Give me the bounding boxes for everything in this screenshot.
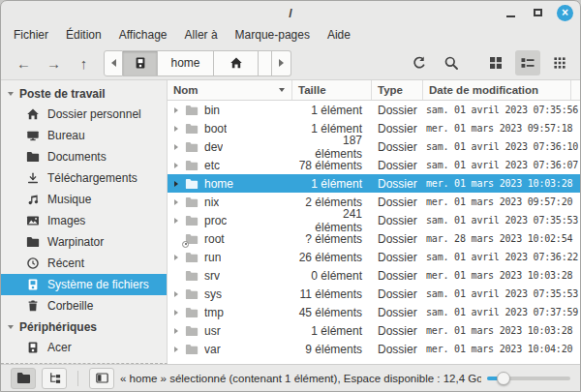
sidebar-item-telechargements[interactable]: Téléchargements: [1, 167, 167, 189]
column-header-date[interactable]: Date de modification: [423, 80, 571, 100]
file-row[interactable]: run26 élémentsDossiersam. 01 avril 2023 …: [168, 248, 580, 266]
expander-icon[interactable]: [174, 291, 178, 297]
sidebar-item-images[interactable]: Images: [1, 210, 167, 231]
zoom-slider[interactable]: [487, 365, 570, 391]
file-name: root: [204, 232, 225, 246]
icon-view-button[interactable]: [483, 50, 508, 75]
column-header-row: Nom Taille Type Date de modification: [168, 80, 580, 101]
file-row[interactable]: srv0 élémentDossiermer. 01 mars 2023 10:…: [168, 266, 580, 285]
menu-edition[interactable]: Édition: [57, 24, 110, 46]
folder-icon: [185, 324, 199, 338]
expander-icon[interactable]: [174, 328, 178, 334]
menu-fichier[interactable]: Fichier: [5, 24, 57, 46]
reload-button[interactable]: [407, 50, 432, 75]
sidebar-item-systeme-de-fichiers[interactable]: Système de fichiers: [1, 274, 167, 295]
expander-icon[interactable]: [174, 163, 178, 168]
pathbar-user-crumb[interactable]: [214, 50, 259, 76]
cell-date: sam. 01 avril 2023 07:36:22: [423, 252, 580, 262]
file-row[interactable]: proc241 élémentsDossiersam. 01 avril 202…: [168, 211, 580, 229]
pathbar-home-label: home: [170, 56, 199, 70]
sidebar-item-documents[interactable]: Documents: [1, 146, 167, 167]
file-row[interactable]: usr1 élémentDossiermer. 01 mars 2023 10:…: [168, 321, 580, 340]
forward-button[interactable]: →: [39, 50, 69, 75]
sidebar-item-musique[interactable]: Musique: [1, 189, 167, 210]
zoom-slider-handle[interactable]: [497, 372, 510, 385]
sidebar-item-warpinator[interactable]: Warpinator: [1, 231, 167, 253]
pathbar-scroll-left-button[interactable]: [104, 50, 123, 76]
icon-view-icon: [488, 55, 504, 71]
column-header-name[interactable]: Nom: [168, 80, 292, 100]
file-list-area: Nom Taille Type Date de modification bin…: [168, 80, 580, 364]
menu-aide[interactable]: Aide: [319, 24, 359, 46]
file-row[interactable]: boot1 élémentDossiermer. 01 mars 2023 09…: [168, 119, 580, 137]
back-button[interactable]: ←: [9, 50, 39, 75]
file-name: tmp: [204, 306, 224, 319]
expander-icon[interactable]: [174, 199, 178, 205]
pathbar-scroll-right-button[interactable]: [272, 50, 291, 76]
file-row[interactable]: nix2 élémentsDossiermer. 01 mars 2023 09…: [168, 193, 580, 211]
file-row[interactable]: tmp45 élémentsDossiersam. 01 avril 2023 …: [168, 303, 580, 321]
cell-size: 11 éléments: [292, 287, 372, 301]
sidebar-item-label: Acer: [47, 341, 72, 354]
minimize-button[interactable]: [503, 5, 519, 21]
file-name: run: [204, 251, 221, 264]
close-button[interactable]: ×: [557, 5, 573, 21]
menu-aller-a[interactable]: Aller à: [176, 24, 227, 46]
window-controls: ×: [503, 1, 573, 24]
file-row[interactable]: etc78 élémentsDossiersam. 01 avril 2023 …: [168, 156, 580, 174]
file-row[interactable]: sys11 élémentsDossiersam. 01 avril 2023 …: [168, 285, 580, 303]
sidebar-item-dossier-personnel[interactable]: Dossier personnel: [1, 104, 167, 125]
file-name: usr: [204, 324, 221, 338]
file-name: boot: [204, 122, 227, 136]
expander-icon[interactable]: [174, 310, 178, 316]
expander-icon[interactable]: [174, 255, 178, 260]
search-button[interactable]: [439, 50, 464, 75]
window-title: /: [289, 6, 292, 20]
cell-type: Dossier: [372, 287, 423, 301]
expander-icon[interactable]: [174, 181, 178, 187]
file-row[interactable]: dev187 élémentsDossiersam. 01 avril 2023…: [168, 137, 580, 156]
expander-icon[interactable]: [174, 347, 178, 352]
menu-affichage[interactable]: Affichage: [110, 24, 176, 46]
titlebar: / ×: [1, 1, 580, 24]
expander-icon[interactable]: [174, 144, 178, 150]
sidebar-section-peripheriques[interactable]: Périphériques: [1, 317, 167, 337]
menu-marque-pages[interactable]: Marque-pages: [227, 24, 319, 46]
cell-size: ? éléments: [292, 232, 372, 246]
column-header-size[interactable]: Taille: [292, 80, 372, 100]
pathbar-root-crumb[interactable]: [123, 50, 158, 76]
up-button[interactable]: ↑: [69, 50, 99, 75]
file-row[interactable]: home1 élémentDossiermer. 01 mars 2023 10…: [168, 174, 580, 193]
cell-type: Dossier: [372, 140, 423, 154]
sort-descending-icon: [279, 88, 285, 92]
maximize-button[interactable]: [530, 5, 546, 21]
column-header-type[interactable]: Type: [372, 80, 423, 100]
toggle-side-panel-button[interactable]: [89, 368, 114, 389]
file-row[interactable]: var9 élémentsDossiermer. 01 mars 2023 10…: [168, 340, 580, 358]
list-view-button[interactable]: [515, 50, 540, 75]
expander-icon[interactable]: [174, 218, 178, 224]
show-places-button[interactable]: [11, 368, 36, 389]
compact-view-button[interactable]: [547, 50, 572, 75]
cell-date: mer. 01 mars 2023 09:57:20: [423, 196, 580, 207]
sidebar-section-poste-de-travail[interactable]: Poste de travail: [1, 83, 167, 104]
sidebar-item-corbeille[interactable]: Corbeille: [1, 295, 167, 317]
folder-icon: [185, 251, 199, 264]
sidebar-item-acer[interactable]: Acer: [1, 337, 167, 358]
close-icon: ×: [562, 6, 568, 20]
file-row[interactable]: bin1 élémentDossiersam. 01 avril 2023 07…: [168, 101, 580, 119]
pathbar-home-crumb[interactable]: home: [158, 50, 214, 76]
show-treeview-button[interactable]: [42, 368, 67, 389]
chevron-down-icon: [8, 92, 14, 96]
sidebar-item-bureau[interactable]: Bureau: [1, 125, 167, 146]
chevron-right-icon: [279, 59, 284, 67]
expander-icon[interactable]: [174, 107, 178, 113]
expander-icon[interactable]: [174, 126, 178, 132]
cell-name: bin: [168, 104, 292, 117]
sidebar-item-recent[interactable]: Récent: [1, 253, 167, 274]
drive-icon: [134, 56, 147, 70]
cell-name: run: [168, 251, 292, 264]
sidebar-item-label: Bureau: [47, 129, 85, 142]
file-name: home: [204, 177, 233, 191]
file-row[interactable]: root? élémentsDossiermar. 28 mars 2023 1…: [168, 229, 580, 248]
